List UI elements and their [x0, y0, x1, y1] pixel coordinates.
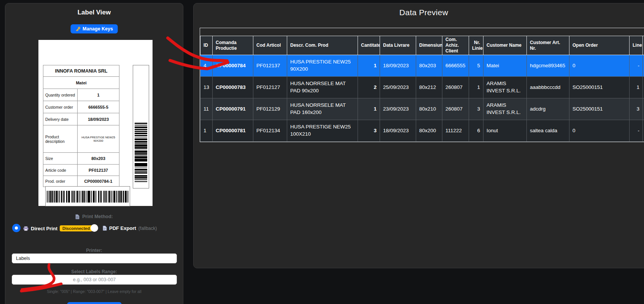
label-field-row: Delivery date18/09/2023 [43, 113, 119, 125]
column-header[interactable]: Cantitate [358, 36, 380, 55]
table-cell: 3 [358, 120, 380, 142]
label-field-name: Delivery date [43, 113, 78, 125]
column-header[interactable]: Comanda Productie [213, 36, 253, 55]
label-field-row: Prod. orderCP00000784-1 [43, 176, 119, 187]
column-header[interactable]: Dimensiune [416, 36, 442, 55]
manage-keys-label: Manage Keys [83, 26, 113, 32]
table-row[interactable]: 4CP00000784PF012137HUSA PRESTIGE NEW25 9… [200, 55, 644, 77]
status-badge: Disconnected [60, 225, 92, 231]
table-cell: saltea calda [527, 120, 569, 142]
table-cell-clipped [643, 55, 644, 77]
table-cell: 80x203 [416, 55, 442, 77]
table-cell: Ionut [483, 120, 527, 142]
column-header[interactable]: Data Livrare [380, 36, 416, 55]
table-cell-clipped [643, 77, 644, 98]
table-cell: PF012129 [253, 98, 287, 120]
table-cell: 5 [469, 55, 483, 77]
label-field-row: Quantity ordered1 [43, 89, 119, 101]
table-cell: 25/09/2023 [380, 77, 416, 98]
table-cell: ARAMIS INVEST S.R.L. [483, 98, 527, 120]
label-field-value: 1 [78, 89, 119, 101]
column-header[interactable]: Customer Name [483, 36, 527, 55]
label-company: INNOFA ROMANIA SRL [43, 65, 119, 77]
label-view-title: Label View [5, 9, 183, 16]
data-table: IDComanda ProductieCod ArticolDescr. Com… [200, 36, 644, 142]
label-customer: Matei [43, 77, 119, 89]
table-cell: HUSA PRESTIGE NEW25 90X200 [287, 55, 358, 77]
table-cell: 260807 [442, 77, 469, 98]
print-method-label: Print Method: [5, 214, 183, 219]
table-cell: ARAMIS INVEST S.R.L. [483, 77, 527, 98]
column-header[interactable]: Cod Articol [253, 36, 287, 55]
table-cell: 6 [469, 120, 483, 142]
column-header[interactable]: Com. Achiz. Client [442, 36, 469, 55]
print-labels-button[interactable] [67, 302, 121, 304]
table-cell: CP00000783 [213, 77, 253, 98]
label-field-value: PF012137 [78, 165, 119, 176]
label-field-value: 6666555-5 [78, 101, 119, 113]
table-cell: SO25000151 [569, 77, 630, 98]
manage-keys-button[interactable]: Manage Keys [70, 24, 118, 33]
label-field-row: Article codePF012137 [43, 165, 119, 176]
vertical-barcode-bars [135, 123, 147, 182]
horizontal-barcode-bars [47, 191, 129, 203]
data-table-container: IDComanda ProductieCod ArticolDescr. Com… [200, 28, 644, 142]
label-table: INNOFA ROMANIA SRL Matei Quantity ordere… [43, 65, 119, 187]
table-cell: Matei [483, 55, 527, 77]
table-cell: 4 [200, 55, 213, 77]
table-cell: PF012127 [253, 77, 287, 98]
label-field-row: Customer order6666555-5 [43, 101, 119, 113]
document-icon [103, 226, 107, 231]
column-header[interactable]: Descr. Com. Prod [287, 36, 358, 55]
table-cell: 11 [200, 98, 213, 120]
pdf-export-radio[interactable] [91, 224, 98, 232]
table-row[interactable]: 1CP00000781PF012134HUSA PRESTIGE NEW25 1… [200, 120, 644, 142]
table-header-row: IDComanda ProductieCod ArticolDescr. Com… [200, 36, 644, 55]
table-cell: 80x200 [416, 120, 442, 142]
table-cell: 0 [569, 120, 630, 142]
table-cell: PF012137 [253, 55, 287, 77]
table-cell: CP00000784 [213, 55, 253, 77]
table-cell: adcdrg [527, 98, 569, 120]
label-field-value: 18/09/2023 [78, 113, 119, 125]
table-row[interactable]: 13CP00000783PF012127HUSA NORRSELE MAT PA… [200, 77, 644, 98]
pdf-export-label: PDF Export [109, 225, 136, 231]
table-cell: 18/09/2023 [380, 120, 416, 142]
printer-input[interactable] [12, 253, 177, 263]
labels-range-hint: Single: "005" | Range: "003-007" | Leave… [5, 289, 183, 294]
table-cell: CP00000791 [213, 98, 253, 120]
label-field-name: Customer order [43, 101, 78, 113]
column-header[interactable]: Open Order [569, 36, 630, 55]
table-cell: 80x212 [416, 77, 442, 98]
column-header[interactable]: Line [630, 36, 643, 55]
table-cell: HUSA PRESTIGE NEW25 100X210 [287, 120, 358, 142]
table-cell: 23/09/2023 [380, 98, 416, 120]
table-cell: 0 [569, 55, 630, 77]
table-cell: HUSA NORRSELE MAT PAD 160x200 [287, 98, 358, 120]
table-row[interactable]: 11CP00000791PF012129HUSA NORRSELE MAT PA… [200, 98, 644, 120]
key-icon [75, 27, 80, 32]
column-header[interactable]: ID [200, 36, 213, 55]
labels-range-input[interactable] [12, 275, 177, 285]
printer-label: Printer: [5, 248, 183, 253]
app-root: { "left_panel": { "title": "Label View",… [0, 0, 644, 304]
table-cell: 260807 [442, 98, 469, 120]
document-icon [75, 214, 80, 219]
direct-print-option[interactable]: Direct Print Disconnected [23, 225, 92, 231]
column-header-clipped [643, 36, 644, 55]
label-field-name: Article code [43, 165, 78, 176]
table-cell: 1 [358, 55, 380, 77]
table-cell: HUSA NORRSELE MAT PAD 90x200 [287, 77, 358, 98]
label-field-row: Size80x203 [43, 153, 119, 165]
column-header[interactable]: Customer Art. Nr. [527, 36, 569, 55]
table-cell: 1 [358, 98, 380, 120]
labels-range-label: Select Labels Range: [5, 269, 183, 274]
printer-icon [23, 226, 29, 231]
pdf-export-option[interactable]: PDF Export (fallback) [103, 225, 157, 231]
table-cell: 13 [200, 77, 213, 98]
print-method-label-text: Print Method: [82, 214, 113, 219]
table-cell: hdgcme893465 [527, 55, 569, 77]
column-header[interactable]: Nr. Linie [469, 36, 483, 55]
table-cell: - [630, 120, 643, 142]
direct-print-radio[interactable] [12, 224, 21, 232]
